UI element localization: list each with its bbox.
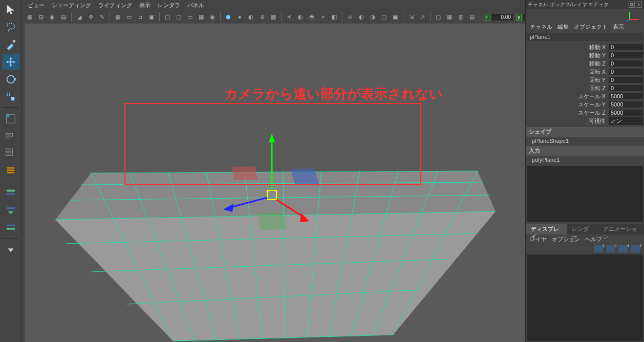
shadows-icon[interactable]: ◐ xyxy=(295,12,306,22)
svg-rect-16 xyxy=(6,190,15,192)
layer-menu-options[interactable]: オプション xyxy=(552,236,580,243)
rotate-tool[interactable] xyxy=(2,72,19,87)
attr-value[interactable]: 0 xyxy=(609,85,643,91)
depth-icon[interactable]: ▣ xyxy=(390,12,400,22)
safe-title-icon[interactable]: ▢ xyxy=(174,12,184,22)
menu-shading[interactable]: シェーディング xyxy=(52,2,91,9)
xray-icon[interactable]: ☠ xyxy=(345,12,355,22)
attr-value[interactable]: 0 xyxy=(609,69,643,75)
shading-wire-icon[interactable]: ▦ xyxy=(196,12,206,22)
attr-value[interactable]: 0 xyxy=(609,44,643,50)
use-default-mat-icon[interactable]: ◐ xyxy=(246,12,256,22)
channel-box-panel: チャネル ボックス/レイヤ エディタ ⧉ × チャネル 編集 オブジェクト 表示… xyxy=(525,0,644,342)
bookmarks-icon[interactable]: ▤ xyxy=(58,12,69,22)
isolate-icon[interactable]: ▢ xyxy=(379,12,389,22)
bookmark-a[interactable] xyxy=(2,185,19,201)
channel-box-empty xyxy=(527,166,643,222)
menu-panels[interactable]: パネル xyxy=(187,2,204,9)
viewport[interactable]: カメラから遠い部分が表示されない xyxy=(25,24,525,342)
smooth-shade-icon[interactable]: ● xyxy=(234,12,245,22)
layout-four-icon[interactable]: ▦ xyxy=(444,12,455,22)
new-layer-icon[interactable] xyxy=(594,245,603,252)
expose-icon[interactable]: ⇲ xyxy=(406,12,416,22)
svg-rect-2 xyxy=(7,93,10,96)
undock-icon[interactable]: ⧉ xyxy=(629,2,635,8)
image-plane-icon[interactable]: ◢ xyxy=(74,12,84,22)
input-name[interactable]: polyPlane1 xyxy=(526,156,644,164)
grease-pencil-icon[interactable]: ✎ xyxy=(97,12,107,22)
layer-list[interactable] xyxy=(527,254,643,341)
snap-stack[interactable] xyxy=(2,163,19,179)
attr-label: 可視性 xyxy=(527,117,609,125)
close-icon[interactable]: × xyxy=(636,2,642,8)
ao-icon[interactable]: ◓ xyxy=(307,12,317,22)
menu-lighting[interactable]: ライティング xyxy=(98,2,132,9)
bookmark-b[interactable] xyxy=(2,203,19,218)
attr-value[interactable]: 0 xyxy=(609,52,643,58)
shading-all-icon[interactable]: ◉ xyxy=(207,12,218,22)
tab-render[interactable]: レンダー xyxy=(567,224,597,234)
field-chart-icon[interactable]: ▣ xyxy=(146,12,157,22)
select-camera-icon[interactable]: ▦ xyxy=(25,12,35,22)
snap-toggle[interactable] xyxy=(2,111,19,126)
motion-blur-icon[interactable]: ≈ xyxy=(318,12,328,22)
exposure-field[interactable]: 0.00 xyxy=(491,14,513,20)
single-persp-icon[interactable]: ↗ xyxy=(417,12,427,22)
gate-mask-icon[interactable]: ◘ xyxy=(135,12,145,22)
select-tool[interactable] xyxy=(2,2,19,17)
channel-box-titlebar: チャネル ボックス/レイヤ エディタ ⧉ × xyxy=(526,0,644,9)
move-tool[interactable] xyxy=(2,54,19,70)
tab-display[interactable]: ディスプレイ xyxy=(526,224,567,234)
layer-menu-layer[interactable]: レイヤ xyxy=(530,236,547,243)
tab-anim[interactable]: アニメーション xyxy=(598,224,644,234)
layout-single-icon[interactable]: ▢ xyxy=(433,12,443,22)
bookmark-c[interactable] xyxy=(2,220,19,236)
exposure-icon[interactable]: ☀ xyxy=(483,14,490,20)
layout-three-icon[interactable]: ▤ xyxy=(467,12,477,22)
menu-view[interactable]: ビュー xyxy=(28,2,45,9)
menu-show[interactable]: 表示 xyxy=(139,2,151,9)
menu-renderer[interactable]: レンダラ xyxy=(158,2,180,9)
cb-menu-channel[interactable]: チャネル xyxy=(530,23,552,31)
grid-icon[interactable]: ▦ xyxy=(113,12,123,22)
lock-camera-icon[interactable]: ⊟ xyxy=(36,12,46,22)
attr-value[interactable]: 5000 xyxy=(609,110,643,116)
attr-value[interactable]: 0 xyxy=(609,60,643,67)
snap-grid-b[interactable] xyxy=(2,146,19,161)
film-gate-icon[interactable]: ▭ xyxy=(124,12,134,22)
layout-two-icon[interactable]: ▥ xyxy=(456,12,466,22)
xray-joints-icon[interactable]: ◐ xyxy=(356,12,367,22)
attr-value[interactable]: 5000 xyxy=(609,101,643,108)
safe-action-icon[interactable]: ▢ xyxy=(162,12,173,22)
attr-value[interactable]: 0 xyxy=(609,77,643,83)
2d-pan-icon[interactable]: ✥ xyxy=(85,12,96,22)
panel-menu-bar: ビュー シェーディング ライティング 表示 レンダラ パネル xyxy=(25,0,207,10)
shape-name[interactable]: pPlaneShape1 xyxy=(526,137,644,145)
lasso-tool[interactable] xyxy=(2,19,19,35)
use-all-lights-icon[interactable]: ☀ xyxy=(284,12,294,22)
cb-menu-show[interactable]: 表示 xyxy=(613,23,624,31)
layer-down-icon[interactable] xyxy=(631,245,640,252)
snap-grid-a[interactable]: ◦◦ xyxy=(2,129,19,144)
cb-menu-object[interactable]: オブジェクト xyxy=(574,23,608,31)
attr-value[interactable]: オン xyxy=(609,117,643,125)
layer-menu-help[interactable]: ヘルプ xyxy=(585,236,602,243)
scale-tool[interactable] xyxy=(2,89,19,104)
attr-value[interactable]: 5000 xyxy=(609,93,643,99)
layer-up-icon[interactable] xyxy=(618,245,628,252)
wire-on-shaded-icon[interactable]: ⊕ xyxy=(257,12,267,22)
camera-attr-icon[interactable]: ◉ xyxy=(47,12,57,22)
paint-select-tool[interactable] xyxy=(2,37,19,52)
xray-active-icon[interactable]: ◑ xyxy=(368,12,378,22)
gamma-icon[interactable]: γ xyxy=(516,14,522,20)
object-name-field[interactable]: pPlane1 xyxy=(527,33,643,41)
textured-icon[interactable]: ▩ xyxy=(268,12,278,22)
channel-box-menu: チャネル 編集 オブジェクト 表示 xyxy=(526,22,644,32)
anti-alias-icon[interactable]: ◧ xyxy=(329,12,339,22)
wireframe-icon[interactable]: ⬢ xyxy=(223,12,233,22)
dropdown-icon[interactable] xyxy=(2,242,19,258)
new-layer-assign-icon[interactable] xyxy=(606,245,615,252)
resolution-gate-icon[interactable]: ▭ xyxy=(185,12,195,22)
cb-menu-edit[interactable]: 編集 xyxy=(557,23,569,31)
svg-rect-6 xyxy=(6,134,9,137)
